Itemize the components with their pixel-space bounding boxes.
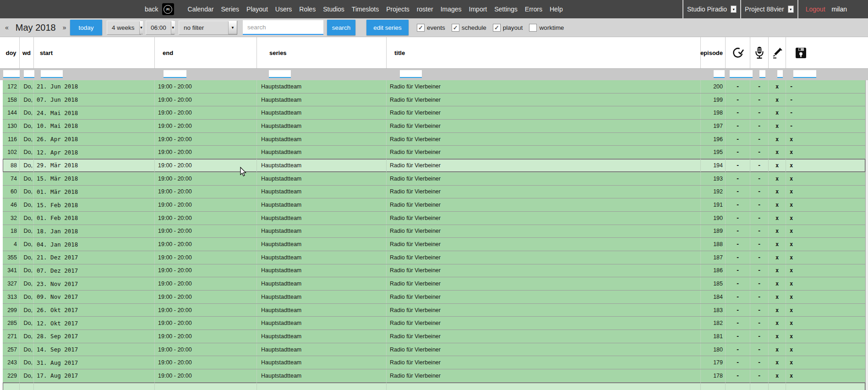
- filter-input-episode[interactable]: [714, 70, 725, 78]
- search-input[interactable]: [243, 20, 323, 35]
- column-header-save[interactable]: [786, 37, 865, 68]
- filter-input-start[interactable]: [41, 70, 63, 78]
- table-row[interactable]: 158Do,07. Jun 201819:00 - 20:00Hauptstad…: [0, 93, 865, 107]
- table-row-partial[interactable]: [0, 383, 865, 390]
- nav-item-timeslots[interactable]: Timeslots: [352, 5, 379, 13]
- nav-item-users[interactable]: Users: [275, 5, 292, 13]
- table-row[interactable]: 116Do,26. Apr 201819:00 - 20:00Hauptstad…: [0, 133, 865, 146]
- checkbox-schedule[interactable]: schedule: [452, 24, 486, 32]
- repeat-check-icon: [731, 46, 745, 60]
- next-month-button[interactable]: »: [61, 24, 68, 31]
- table-row[interactable]: 18Do,18. Jan 201819:00 - 20:00Hauptstadt…: [0, 225, 865, 238]
- checkbox-label: events: [427, 24, 445, 31]
- table-row[interactable]: 257Do,14. Sep 201719:00 - 20:00Hauptstad…: [0, 343, 865, 357]
- nav-item-images[interactable]: Images: [441, 5, 462, 13]
- table-row[interactable]: 102Do,12. Apr 201819:00 - 20:00Hauptstad…: [0, 146, 865, 159]
- checkbox-playout[interactable]: playout: [493, 24, 523, 32]
- table-row[interactable]: 243Do,31. Aug 201719:00 - 20:00Hauptstad…: [0, 356, 865, 369]
- cell-doy: 116: [3, 133, 20, 146]
- chevron-down-icon[interactable]: ▼: [731, 5, 737, 13]
- edit-series-button[interactable]: edit series: [366, 20, 409, 35]
- time-select[interactable]: 06:00 ▼: [146, 21, 174, 35]
- nav-item-help[interactable]: Help: [550, 5, 563, 13]
- checkbox-checked-icon[interactable]: [493, 24, 501, 32]
- nav-item-series[interactable]: Series: [221, 5, 239, 13]
- filter-input-mic[interactable]: [759, 70, 765, 78]
- table-row[interactable]: 327Do,23. Nov 201719:00 - 20:00Hauptstad…: [0, 277, 865, 291]
- checkbox-checked-icon[interactable]: [452, 24, 459, 32]
- cell-repeat: -: [726, 133, 750, 146]
- table-row[interactable]: 341Do,07. Dez 201719:00 - 20:00Hauptstad…: [0, 264, 865, 278]
- column-header-series[interactable]: series: [257, 37, 387, 68]
- table-row[interactable]: 130Do,10. Mai 201819:00 - 20:00Hauptstad…: [0, 120, 865, 133]
- checkbox-unchecked-icon[interactable]: [529, 24, 537, 32]
- nav-item-errors[interactable]: Errors: [525, 5, 542, 13]
- cell-edit: x: [769, 251, 786, 264]
- filter-input-repeat[interactable]: [730, 70, 753, 78]
- filter-input-save[interactable]: [793, 70, 816, 78]
- table-row[interactable]: 271Do,28. Sep 201719:00 - 20:00Hauptstad…: [0, 330, 865, 343]
- table-row[interactable]: 60Do,01. Mär 201819:00 - 20:00Hauptstadt…: [0, 186, 865, 199]
- nav-item-settings[interactable]: Settings: [494, 5, 518, 13]
- table-row[interactable]: 299Do,26. Okt 201719:00 - 20:00Hauptstad…: [0, 304, 865, 317]
- column-header-repeat[interactable]: [726, 37, 750, 68]
- filter-select[interactable]: no filter ▼: [179, 21, 237, 35]
- cell-mic: -: [750, 238, 769, 251]
- table-row[interactable]: 229Do,17. Aug 201719:00 - 20:00Hauptstad…: [0, 369, 865, 383]
- table-row[interactable]: 144Do,24. Mai 201819:00 - 20:00Hauptstad…: [0, 106, 865, 120]
- column-header-doy[interactable]: doy: [3, 37, 20, 68]
- nav-item-roster[interactable]: roster: [417, 5, 433, 13]
- checkbox-events[interactable]: events: [417, 24, 445, 32]
- chevron-down-icon[interactable]: ▼: [788, 5, 794, 13]
- project-select[interactable]: Project 88vier ▼: [741, 0, 797, 18]
- checkbox-checked-icon[interactable]: [417, 24, 425, 32]
- cell-doy: 172: [3, 80, 20, 93]
- checkbox-worktime[interactable]: worktime: [529, 24, 564, 32]
- table-row[interactable]: 4Do,04. Jan 201819:00 - 20:00Hauptstadtt…: [0, 238, 865, 251]
- prev-month-button[interactable]: «: [4, 24, 10, 31]
- nav-item-import[interactable]: Import: [469, 5, 487, 13]
- nav-item-playout[interactable]: Playout: [246, 5, 268, 13]
- filter-input-wd[interactable]: [24, 70, 34, 78]
- row-cells: 313Do,09. Nov 201719:00 - 20:00Hauptstad…: [3, 291, 865, 304]
- studio-select[interactable]: Studio Piradio ▼: [683, 0, 740, 18]
- table-row[interactable]: 74Do,15. Mär 201819:00 - 20:00Hauptstadt…: [0, 172, 865, 186]
- column-header-edit[interactable]: [769, 37, 786, 68]
- column-header-title[interactable]: title: [387, 37, 701, 68]
- filter-input-end[interactable]: [164, 70, 186, 78]
- table-row[interactable]: 88Do,29. Mär 201819:00 - 20:00Hauptstadt…: [0, 159, 865, 172]
- nav-item-projects[interactable]: Projects: [386, 5, 409, 13]
- column-header-episode[interactable]: episode: [701, 37, 726, 68]
- nav-item-calendar[interactable]: Calendar: [188, 5, 214, 13]
- filter-input-edit[interactable]: [777, 70, 783, 78]
- table-row[interactable]: 46Do,15. Feb 201819:00 - 20:00Hauptstadt…: [0, 198, 865, 212]
- back-button[interactable]: back: [145, 5, 158, 13]
- column-header-end[interactable]: end: [155, 37, 257, 68]
- cell-series: Hauptstadtteam: [257, 317, 387, 330]
- cell-wd: Do,: [20, 120, 34, 132]
- column-header-wd[interactable]: wd: [20, 37, 34, 68]
- app-logo-icon[interactable]: PI: [162, 3, 174, 15]
- table-row[interactable]: 285Do,12. Okt 201719:00 - 20:00Hauptstad…: [0, 317, 865, 330]
- column-header-microphone[interactable]: [750, 37, 769, 68]
- column-header-start[interactable]: start: [34, 37, 155, 68]
- search-button[interactable]: search: [327, 20, 355, 35]
- chevron-down-icon[interactable]: ▼: [228, 21, 237, 34]
- nav-item-studios[interactable]: Studios: [323, 5, 344, 13]
- table-row[interactable]: 355Do,21. Dez 201719:00 - 20:00Hauptstad…: [0, 251, 865, 264]
- filter-input-title[interactable]: [400, 70, 422, 78]
- table-row[interactable]: 313Do,09. Nov 201719:00 - 20:00Hauptstad…: [0, 291, 865, 304]
- logout-button[interactable]: Logout: [806, 5, 825, 13]
- filter-input-series[interactable]: [269, 70, 291, 78]
- range-select[interactable]: 4 weeks ▼: [107, 21, 141, 35]
- filter-input-doy[interactable]: [3, 70, 20, 78]
- table-row[interactable]: 172Do,21. Jun 201819:00 - 20:00Hauptstad…: [0, 80, 865, 93]
- row-cells: 46Do,15. Feb 201819:00 - 20:00Hauptstadt…: [3, 198, 865, 212]
- cell-episode: 179: [701, 356, 726, 369]
- chevron-down-icon[interactable]: ▼: [171, 21, 175, 34]
- nav-item-roles[interactable]: Roles: [299, 5, 316, 13]
- table-row[interactable]: 32Do,01. Feb 201819:00 - 20:00Hauptstadt…: [0, 212, 865, 225]
- chevron-down-icon[interactable]: ▼: [139, 21, 143, 34]
- today-button[interactable]: today: [70, 20, 102, 35]
- cell-edit: x: [769, 93, 786, 106]
